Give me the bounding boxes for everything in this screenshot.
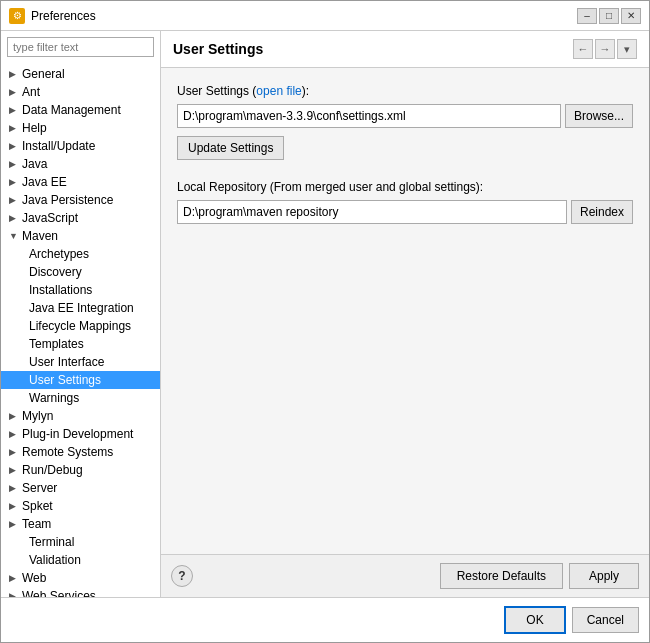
- panel-title: User Settings: [173, 41, 263, 57]
- apply-button[interactable]: Apply: [569, 563, 639, 589]
- sidebar-item-spket[interactable]: ▶ Spket: [1, 497, 160, 515]
- sidebar-item-label: JavaScript: [22, 211, 78, 225]
- sidebar-item-user-settings[interactable]: User Settings: [1, 371, 160, 389]
- ok-button[interactable]: OK: [504, 606, 565, 634]
- sidebar-item-plugin-development[interactable]: ▶ Plug-in Development: [1, 425, 160, 443]
- local-repo-row: Reindex: [177, 200, 633, 224]
- local-repo-label: Local Repository (From merged user and g…: [177, 180, 633, 194]
- sidebar-item-general[interactable]: ▶ General: [1, 65, 160, 83]
- expand-arrow: ▶: [9, 483, 19, 493]
- sidebar-item-validation[interactable]: Validation: [1, 551, 160, 569]
- title-bar: ⚙ Preferences – □ ✕: [1, 1, 649, 31]
- sidebar-item-installations[interactable]: Installations: [1, 281, 160, 299]
- expand-arrow: ▶: [9, 105, 19, 115]
- sidebar-item-label: Remote Systems: [22, 445, 113, 459]
- user-settings-label: User Settings (open file):: [177, 84, 633, 98]
- sidebar-item-team[interactable]: ▶ Team: [1, 515, 160, 533]
- help-button[interactable]: ?: [171, 565, 193, 587]
- sidebar-item-user-interface[interactable]: User Interface: [1, 353, 160, 371]
- dialog-bottom-bar: OK Cancel: [1, 597, 649, 642]
- panel-body: User Settings (open file): Browse... Upd…: [161, 68, 649, 554]
- title-buttons: – □ ✕: [577, 8, 641, 24]
- sidebar-item-label: Templates: [29, 337, 84, 351]
- sidebar: ▶ General ▶ Ant ▶ Data Management ▶ Help: [1, 31, 161, 597]
- dropdown-button[interactable]: ▾: [617, 39, 637, 59]
- maximize-button[interactable]: □: [599, 8, 619, 24]
- sidebar-item-label: User Settings: [29, 373, 101, 387]
- sidebar-item-label: Discovery: [29, 265, 82, 279]
- sidebar-item-label: User Interface: [29, 355, 104, 369]
- expand-arrow: ▶: [9, 573, 19, 583]
- sidebar-item-server[interactable]: ▶ Server: [1, 479, 160, 497]
- settings-path-input[interactable]: [177, 104, 561, 128]
- panel-header: User Settings ← → ▾: [161, 31, 649, 68]
- sidebar-item-help[interactable]: ▶ Help: [1, 119, 160, 137]
- update-settings-button[interactable]: Update Settings: [177, 136, 284, 160]
- sidebar-item-java-ee-integration[interactable]: Java EE Integration: [1, 299, 160, 317]
- expand-arrow: ▶: [9, 501, 19, 511]
- sidebar-item-label: Java: [22, 157, 47, 171]
- sidebar-item-archetypes[interactable]: Archetypes: [1, 245, 160, 263]
- right-panel: User Settings ← → ▾ User Settings (open …: [161, 31, 649, 597]
- sidebar-item-terminal[interactable]: Terminal: [1, 533, 160, 551]
- sidebar-item-warnings[interactable]: Warnings: [1, 389, 160, 407]
- sidebar-item-label: Lifecycle Mappings: [29, 319, 131, 333]
- main-content: ▶ General ▶ Ant ▶ Data Management ▶ Help: [1, 31, 649, 597]
- sidebar-item-java[interactable]: ▶ Java: [1, 155, 160, 173]
- sidebar-item-run-debug[interactable]: ▶ Run/Debug: [1, 461, 160, 479]
- sidebar-item-lifecycle-mappings[interactable]: Lifecycle Mappings: [1, 317, 160, 335]
- sidebar-item-remote-systems[interactable]: ▶ Remote Systems: [1, 443, 160, 461]
- close-button[interactable]: ✕: [621, 8, 641, 24]
- sidebar-item-label: Web: [22, 571, 46, 585]
- sidebar-item-web-services[interactable]: ▶ Web Services: [1, 587, 160, 597]
- sidebar-item-label: Team: [22, 517, 51, 531]
- sidebar-item-maven[interactable]: ▼ Maven: [1, 227, 160, 245]
- sidebar-item-label: Spket: [22, 499, 53, 513]
- reindex-button[interactable]: Reindex: [571, 200, 633, 224]
- cancel-button[interactable]: Cancel: [572, 607, 639, 633]
- sidebar-item-install-update[interactable]: ▶ Install/Update: [1, 137, 160, 155]
- sidebar-item-web[interactable]: ▶ Web: [1, 569, 160, 587]
- preferences-window: ⚙ Preferences – □ ✕ ▶ General ▶ Ant: [0, 0, 650, 643]
- sidebar-item-label: Warnings: [29, 391, 79, 405]
- sidebar-item-label: Validation: [29, 553, 81, 567]
- sidebar-item-label: General: [22, 67, 65, 81]
- sidebar-item-mylyn[interactable]: ▶ Mylyn: [1, 407, 160, 425]
- sidebar-item-label: Java EE Integration: [29, 301, 134, 315]
- sidebar-item-label: Java EE: [22, 175, 67, 189]
- expand-arrow: ▶: [9, 429, 19, 439]
- window-title: Preferences: [31, 9, 96, 23]
- filter-input[interactable]: [7, 37, 154, 57]
- sidebar-item-javascript[interactable]: ▶ JavaScript: [1, 209, 160, 227]
- sidebar-item-data-management[interactable]: ▶ Data Management: [1, 101, 160, 119]
- restore-defaults-button[interactable]: Restore Defaults: [440, 563, 563, 589]
- sidebar-item-java-persistence[interactable]: ▶ Java Persistence: [1, 191, 160, 209]
- sidebar-item-templates[interactable]: Templates: [1, 335, 160, 353]
- bottom-bar: ? Restore Defaults Apply: [161, 554, 649, 597]
- panel-toolbar: ← → ▾: [573, 39, 637, 59]
- settings-path-row: Browse...: [177, 104, 633, 128]
- minimize-button[interactable]: –: [577, 8, 597, 24]
- expand-arrow: ▶: [9, 195, 19, 205]
- window-icon: ⚙: [9, 8, 25, 24]
- expand-arrow: ▶: [9, 141, 19, 151]
- sidebar-item-label: Mylyn: [22, 409, 53, 423]
- sidebar-item-label: Server: [22, 481, 57, 495]
- sidebar-item-label: Data Management: [22, 103, 121, 117]
- title-bar-left: ⚙ Preferences: [9, 8, 96, 24]
- sidebar-item-ant[interactable]: ▶ Ant: [1, 83, 160, 101]
- expand-arrow: ▼: [9, 231, 19, 241]
- forward-button[interactable]: →: [595, 39, 615, 59]
- sidebar-item-label: Archetypes: [29, 247, 89, 261]
- sidebar-item-label: Ant: [22, 85, 40, 99]
- sidebar-item-label: Maven: [22, 229, 58, 243]
- sidebar-item-discovery[interactable]: Discovery: [1, 263, 160, 281]
- back-button[interactable]: ←: [573, 39, 593, 59]
- browse-button[interactable]: Browse...: [565, 104, 633, 128]
- expand-arrow: ▶: [9, 69, 19, 79]
- sidebar-item-java-ee[interactable]: ▶ Java EE: [1, 173, 160, 191]
- expand-arrow: ▶: [9, 447, 19, 457]
- local-repo-input[interactable]: [177, 200, 567, 224]
- open-file-link[interactable]: open file: [256, 84, 301, 98]
- expand-arrow: ▶: [9, 519, 19, 529]
